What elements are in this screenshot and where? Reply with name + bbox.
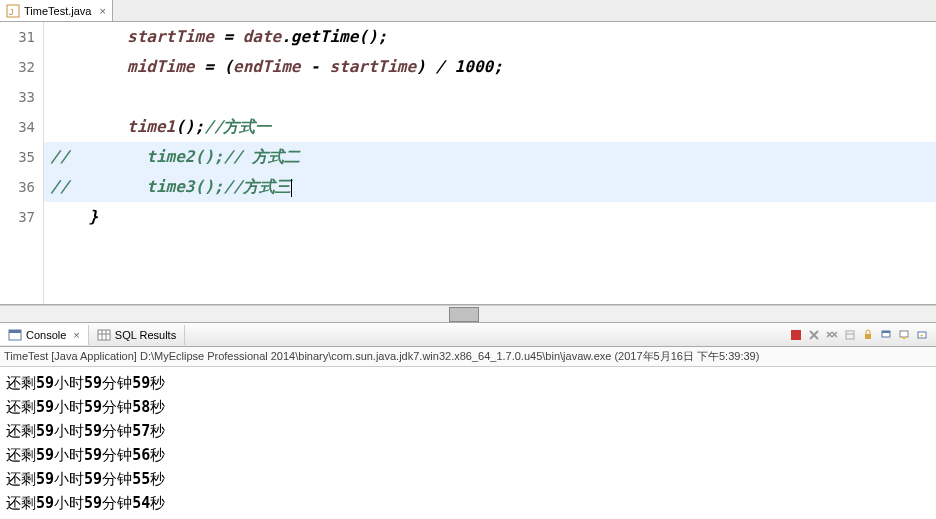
line-number-gutter: 31323334353637 — [0, 22, 44, 304]
console-line: 还剩59小时59分钟56秒 — [6, 443, 930, 467]
sql-results-tab[interactable]: SQL Results — [89, 325, 185, 345]
scroll-lock-button[interactable] — [860, 327, 876, 343]
horizontal-scrollbar[interactable] — [0, 305, 936, 322]
svg-rect-8 — [791, 330, 801, 340]
sql-tab-label: SQL Results — [115, 329, 176, 341]
scrollbar-thumb[interactable] — [449, 307, 479, 322]
remove-all-button[interactable] — [824, 327, 840, 343]
code-editor[interactable]: 31323334353637 startTime = date.getTime(… — [0, 22, 936, 305]
console-tab-label: Console — [26, 329, 66, 341]
terminate-button[interactable] — [788, 327, 804, 343]
console-line: 还剩59小时59分钟57秒 — [6, 419, 930, 443]
close-icon[interactable]: × — [73, 329, 79, 341]
table-icon — [97, 328, 111, 342]
console-line: 还剩59小时59分钟54秒 — [6, 491, 930, 515]
console-toolbar: + — [788, 327, 936, 343]
console-icon — [8, 328, 22, 342]
console-output[interactable]: 还剩59小时59分钟59秒还剩59小时59分钟58秒还剩59小时59分钟57秒还… — [0, 367, 936, 519]
code-content[interactable]: startTime = date.getTime(); midTime = (e… — [44, 22, 936, 304]
clear-console-button[interactable] — [842, 327, 858, 343]
console-tab[interactable]: Console × — [0, 325, 89, 345]
svg-text:+: + — [920, 332, 924, 338]
file-tab[interactable]: J TimeTest.java × — [0, 0, 113, 21]
remove-launch-button[interactable] — [806, 327, 822, 343]
console-line: 还剩59小时59分钟55秒 — [6, 467, 930, 491]
editor-tab-bar: J TimeTest.java × — [0, 0, 936, 22]
svg-rect-19 — [882, 331, 890, 333]
launch-info: TimeTest [Java Application] D:\MyEclipse… — [0, 347, 936, 367]
console-line: 还剩59小时59分钟59秒 — [6, 371, 930, 395]
java-file-icon: J — [6, 4, 20, 18]
svg-rect-4 — [98, 330, 110, 340]
bottom-pane: Console × SQL Results + TimeTest [Java A… — [0, 322, 936, 519]
pin-console-button[interactable] — [878, 327, 894, 343]
close-icon[interactable]: × — [99, 5, 105, 17]
svg-text:J: J — [9, 7, 14, 17]
svg-rect-17 — [865, 334, 871, 339]
svg-rect-20 — [900, 331, 908, 337]
display-selected-console-button[interactable] — [896, 327, 912, 343]
svg-rect-3 — [9, 330, 21, 333]
bottom-tab-bar: Console × SQL Results + — [0, 323, 936, 347]
open-console-button[interactable]: + — [914, 327, 930, 343]
svg-rect-15 — [846, 331, 854, 339]
file-tab-label: TimeTest.java — [24, 5, 91, 17]
console-line: 还剩59小时59分钟58秒 — [6, 395, 930, 419]
